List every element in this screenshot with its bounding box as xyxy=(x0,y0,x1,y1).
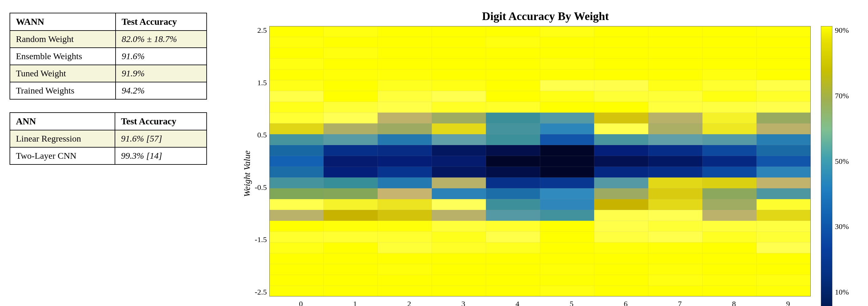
heatmap-canvas xyxy=(269,26,811,297)
wann-row3-label: Tuned Weight xyxy=(10,65,116,82)
wann-row2-value: 91.6% xyxy=(116,48,207,65)
x-axis-tick: 1 xyxy=(328,300,382,306)
table-row: Tuned Weight 91.9% xyxy=(10,65,207,82)
colorbar-tick: 30% xyxy=(835,222,849,231)
ann-row1-label: Linear Regression xyxy=(10,130,115,147)
wann-row1-label: Random Weight xyxy=(10,31,116,48)
heatmap-section: 2.51.50.5-0.5-1.5-2.5 0123456789 Digit xyxy=(255,26,849,306)
y-axis-label: Weight Value xyxy=(242,150,252,197)
table-row: Linear Regression 91.6% [57] xyxy=(10,130,207,147)
x-axis-container: 0123456789 xyxy=(255,298,815,306)
x-axis-tick: 6 xyxy=(599,300,653,306)
x-axis-tick: 7 xyxy=(653,300,707,306)
table-row: Ensemble Weights 91.6% xyxy=(10,48,207,65)
colorbar-canvas xyxy=(821,26,832,306)
right-panel: Digit Accuracy By Weight Weight Value 2.… xyxy=(213,6,859,306)
y-axis-tick: -0.5 xyxy=(255,183,267,192)
heatmap-and-colorbar: 2.51.50.5-0.5-1.5-2.5 0123456789 Digit xyxy=(255,26,849,306)
y-axis-tick: -2.5 xyxy=(255,288,267,297)
colorbar-tick: 50% xyxy=(835,157,849,166)
x-axis-tick: 3 xyxy=(436,300,490,306)
wann-table: WANN Test Accuracy Random Weight 82.0% ±… xyxy=(9,13,207,100)
ann-row2-label: Two-Layer CNN xyxy=(10,147,115,165)
colorbar-container: 90%70%50%30%10% xyxy=(821,26,849,306)
heatmap-canvas-wrapper xyxy=(269,26,811,298)
chart-container: Weight Value 2.51.50.5-0.5-1.5-2.5 xyxy=(242,26,849,306)
wann-row1-value: 82.0% ± 18.7% xyxy=(116,31,207,48)
table-row: Random Weight 82.0% ± 18.7% xyxy=(10,31,207,48)
x-axis-tick: 0 xyxy=(274,300,328,306)
colorbar-tick: 10% xyxy=(835,288,849,297)
x-axis-tick: 4 xyxy=(490,300,545,306)
wann-row3-value: 91.9% xyxy=(116,65,207,82)
left-panel: WANN Test Accuracy Random Weight 82.0% ±… xyxy=(9,6,213,165)
table-row: Trained Weights 94.2% xyxy=(10,82,207,99)
ann-col2-header: Test Accuracy xyxy=(115,112,207,130)
y-axis-tick: 0.5 xyxy=(257,131,267,139)
wann-col2-header: Test Accuracy xyxy=(116,13,207,31)
x-axis-tick: 5 xyxy=(545,300,599,306)
y-axis-tick: 1.5 xyxy=(257,78,267,87)
colorbar-tick: 70% xyxy=(835,92,849,100)
chart-title: Digit Accuracy By Weight xyxy=(482,9,609,23)
heatmap-with-yaxis: 2.51.50.5-0.5-1.5-2.5 xyxy=(255,26,815,298)
ann-col1-header: ANN xyxy=(10,112,115,130)
y-axis: 2.51.50.5-0.5-1.5-2.5 xyxy=(255,26,269,297)
wann-row2-label: Ensemble Weights xyxy=(10,48,116,65)
colorbar-tick: 90% xyxy=(835,26,849,35)
y-axis-tick: 2.5 xyxy=(257,26,267,35)
y-axis-tick: -1.5 xyxy=(255,235,267,244)
x-axis-tick: 2 xyxy=(382,300,436,306)
ann-table: ANN Test Accuracy Linear Regression 91.6… xyxy=(9,112,207,165)
colorbar-labels: 90%70%50%30%10% xyxy=(832,26,849,297)
x-axis-labels: 0123456789 xyxy=(274,300,815,306)
wann-row4-label: Trained Weights xyxy=(10,82,116,99)
ann-row2-value: 99.3% [14] xyxy=(115,147,207,165)
table-row: Two-Layer CNN 99.3% [14] xyxy=(10,147,207,165)
wann-col1-header: WANN xyxy=(10,13,116,31)
x-axis-tick: 9 xyxy=(761,300,815,306)
ann-row1-value: 91.6% [57] xyxy=(115,130,207,147)
x-axis-tick: 8 xyxy=(707,300,761,306)
wann-row4-value: 94.2% xyxy=(116,82,207,99)
heatmap-with-yaxis-wrapper: 2.51.50.5-0.5-1.5-2.5 0123456789 Digit xyxy=(255,26,815,306)
